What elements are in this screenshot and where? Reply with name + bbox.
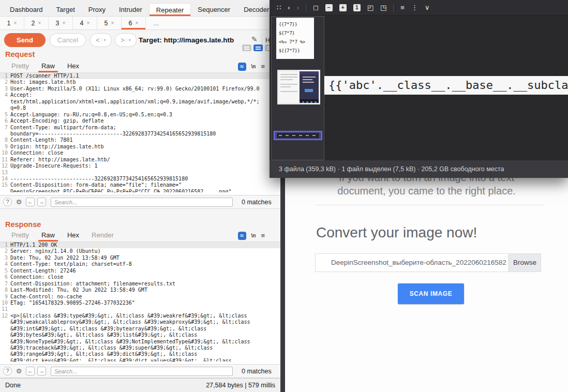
- syntax-colorize-icon[interactable]: ≋: [238, 232, 246, 240]
- request-line: 9Origin: http://images.late.htb: [0, 144, 280, 150]
- module-tab[interactable]: Proxy: [82, 3, 112, 16]
- request-search-bar: ? ⚙ ← → 0 matches: [0, 195, 280, 209]
- response-editor-tabs: PrettyRawHexRender ≋ \n ≡: [0, 230, 280, 242]
- request-line: text/html,application/xhtml+xml,applicat…: [0, 99, 280, 105]
- editor-tab[interactable]: Pretty: [5, 230, 35, 242]
- browse-button[interactable]: Browse: [509, 254, 541, 272]
- file-upload-field[interactable]: DeepinScreenshot_выберите-область_202206…: [315, 253, 541, 272]
- module-tab[interactable]: Target: [50, 3, 82, 16]
- layout-rows-icon[interactable]: [253, 44, 263, 51]
- help-icon[interactable]: ?: [3, 198, 12, 206]
- response-search-input[interactable]: [51, 367, 233, 376]
- edit-target-pencil-icon[interactable]: ✎: [251, 35, 258, 43]
- show-newlines-icon[interactable]: \n: [251, 233, 256, 238]
- response-line: &#39;bytes&#39;&gt;, &lt;class &#39;list…: [0, 332, 280, 338]
- more-options-icon[interactable]: ⋮: [411, 4, 418, 11]
- module-tab[interactable]: Repeater: [149, 3, 191, 16]
- back-icon[interactable]: ‹: [288, 4, 290, 11]
- chevron-down-icon[interactable]: ∨: [425, 4, 430, 11]
- request-editor[interactable]: 1POST /scanner HTTP/1.1 2Host: images.la…: [0, 72, 280, 195]
- payload-line: {{7*7}}: [279, 20, 314, 29]
- hero-text-line2: document, you came to the right place.: [285, 185, 568, 197]
- editor-tab[interactable]: Hex: [61, 61, 85, 72]
- scan-image-button[interactable]: SCAN IMAGE: [398, 283, 464, 304]
- request-line: 6Accept-Encoding: gzip, deflate: [0, 118, 280, 124]
- payload-line: <%= 7*7 %>: [279, 38, 314, 47]
- history-back-button[interactable]: < ▾: [90, 33, 112, 47]
- editor-menu-icon[interactable]: ≡: [261, 63, 265, 70]
- help-icon[interactable]: ?: [3, 367, 12, 375]
- close-tab-icon[interactable]: ×: [87, 20, 90, 26]
- response-line: &#39;traceback&#39;&gt;, &lt;class &#39;…: [0, 345, 280, 351]
- request-match-count: 0 matches: [242, 199, 272, 206]
- cancel-button[interactable]: Cancel: [50, 33, 86, 47]
- module-tab[interactable]: Intruder: [112, 3, 149, 16]
- close-tab-icon[interactable]: ×: [63, 20, 66, 26]
- request-line: 5Accept-Language: ru-RU,ru;q=0.8,en-US;q…: [0, 112, 280, 118]
- editor-tab[interactable]: Pretty: [5, 61, 35, 72]
- repeater-tab[interactable]: 4 ×: [73, 17, 97, 29]
- close-tab-icon[interactable]: ×: [111, 20, 114, 26]
- forward-icon[interactable]: ›: [297, 4, 299, 11]
- editor-tab[interactable]: Render: [85, 230, 120, 242]
- search-settings-gear-icon[interactable]: ⚙: [14, 367, 23, 375]
- repeater-tab[interactable]: 5 ×: [97, 17, 122, 29]
- payload-image-thumbnail[interactable]: {{7*7}}${7*7}<%= 7*7 %>${{7*7}}: [276, 18, 314, 59]
- request-line: 3User-Agent: Mozilla/5.0 (X11; Linux x86…: [0, 86, 280, 92]
- module-tab[interactable]: Dashboard: [3, 3, 50, 16]
- module-tab[interactable]: Sequencer: [191, 3, 237, 16]
- editor-menu-icon[interactable]: ≡: [261, 232, 265, 239]
- response-editor[interactable]: 1HTTP/1.1 200 OK 2Server: nginx/1.14.0 (…: [0, 242, 280, 364]
- request-line: boundary=---------------------------3226…: [0, 131, 280, 137]
- request-panel-title: Request: [5, 50, 35, 58]
- send-button[interactable]: Send: [4, 33, 46, 47]
- request-line: 4Accept:: [0, 92, 280, 98]
- editor-tab[interactable]: Raw: [35, 230, 61, 242]
- status-done-label: Done: [5, 382, 21, 389]
- frameless-icon[interactable]: ◳: [380, 4, 386, 11]
- thumbnail-art: [300, 71, 319, 103]
- zoom-out-icon[interactable]: −: [325, 4, 333, 11]
- search-settings-gear-icon[interactable]: ⚙: [14, 198, 23, 206]
- editor-tab[interactable]: Raw: [35, 61, 61, 72]
- apps-grid-icon[interactable]: ∷: [277, 4, 281, 11]
- status-timing-label: 27,584 bytes | 579 millis: [206, 382, 275, 389]
- search-next-icon[interactable]: →: [37, 198, 46, 206]
- burp-status-bar: Done 27,584 bytes | 579 millis: [0, 378, 280, 392]
- response-panel-title: Response: [5, 220, 41, 229]
- response-line: 10ETag: "1654178329.90895-27246-37703223…: [0, 300, 280, 306]
- search-next-icon[interactable]: →: [37, 367, 46, 375]
- selected-thumbnail[interactable]: [274, 131, 322, 140]
- editor-tab[interactable]: Hex: [61, 230, 85, 242]
- more-tabs-button[interactable]: ...: [146, 17, 167, 29]
- thumbnail-list-icon[interactable]: ≡: [400, 4, 405, 11]
- close-tab-icon[interactable]: ×: [38, 20, 41, 26]
- repeater-tab[interactable]: 2 ×: [24, 17, 49, 29]
- repeater-tab[interactable]: 3 ×: [49, 17, 73, 29]
- screenshot-thumbnail[interactable]: [277, 70, 320, 104]
- search-prev-icon[interactable]: ←: [26, 198, 35, 206]
- dropdown-arrow-icon[interactable]: ▾: [101, 38, 106, 42]
- desktop: ComparerLoggerExtenderProject optionsUse…: [0, 0, 568, 392]
- zoom-in-icon[interactable]: +: [339, 4, 347, 11]
- toolbar-divider: [262, 34, 262, 46]
- fit-window-icon[interactable]: ◻: [313, 4, 319, 11]
- actual-size-icon[interactable]: 1: [353, 4, 361, 11]
- repeater-tab[interactable]: 6 ×: [122, 17, 146, 29]
- divider: [315, 205, 544, 205]
- request-line: 1POST /scanner HTTP/1.1: [0, 73, 280, 79]
- syntax-colorize-icon[interactable]: ≋: [238, 63, 246, 71]
- search-prev-icon[interactable]: ←: [26, 367, 35, 375]
- dropdown-arrow-icon[interactable]: ▾: [126, 38, 131, 42]
- close-tab-icon[interactable]: ×: [14, 20, 17, 26]
- thumbnail-art: [277, 133, 319, 138]
- layout-columns-icon[interactable]: [242, 44, 251, 51]
- fullscreen-icon[interactable]: ◰: [367, 4, 373, 11]
- close-tab-icon[interactable]: ×: [136, 20, 139, 26]
- request-search-input[interactable]: [51, 198, 233, 207]
- show-newlines-icon[interactable]: \n: [251, 64, 256, 69]
- response-line: &#39;weakcallableproxy&#39;&gt;, &lt;cla…: [0, 319, 280, 325]
- toolbar-separator: [306, 4, 306, 12]
- repeater-tab[interactable]: 1 ×: [0, 17, 24, 29]
- history-forward-button[interactable]: > ▾: [115, 33, 137, 47]
